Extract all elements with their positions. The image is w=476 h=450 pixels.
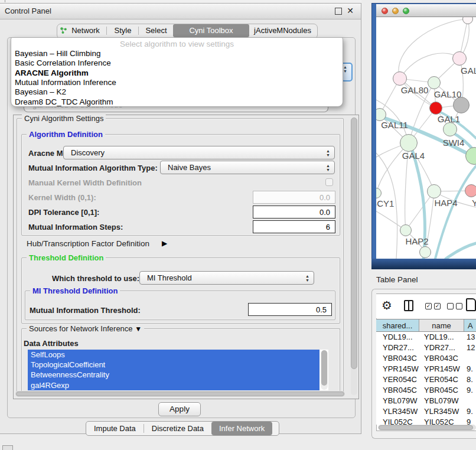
mi-threshold-value: 0.5: [316, 305, 327, 314]
network-node-gcy1[interactable]: [376, 188, 382, 198]
network-node-gal1[interactable]: [429, 102, 442, 115]
expand-right-icon[interactable]: ▶: [162, 239, 167, 247]
table-row[interactable]: YLR345WYLR345W9.: [376, 406, 476, 417]
network-node-hap4[interactable]: [427, 184, 441, 198]
sources-title: Sources for Network Inference ▼: [27, 324, 144, 333]
table-cell: YIL052C: [376, 417, 419, 425]
hub-section-label[interactable]: Hub/Transcription Factor Definition: [27, 239, 149, 248]
settings-horizontal-scrollbar[interactable]: [15, 391, 345, 397]
table-row[interactable]: YDL19...YDL19...13: [376, 332, 476, 343]
data-attribute-item[interactable]: BetweennessCentrality: [28, 370, 319, 380]
column-header-partial[interactable]: A: [464, 319, 476, 331]
table-row[interactable]: YBL079WYBL079W: [376, 396, 476, 406]
tab-separator: [106, 27, 107, 35]
node-label: GAL4: [393, 151, 434, 161]
tab-select[interactable]: Select: [142, 25, 171, 37]
data-attribute-item[interactable]: TopologicalCoefficient: [28, 360, 319, 370]
tab-network[interactable]: Network: [69, 25, 102, 37]
network-node-hap2[interactable]: [400, 224, 412, 236]
unchecked-checkbox-icon[interactable]: [456, 303, 462, 309]
table-cell: YER054C: [419, 374, 464, 385]
node-label: GCY1: [376, 198, 403, 208]
collapse-down-icon[interactable]: ▼: [135, 325, 142, 333]
node-label: GAL11: [376, 120, 415, 130]
network-node[interactable]: [465, 147, 476, 165]
algorithm-option[interactable]: Dream8 DC_TDC Algorithm: [11, 97, 343, 107]
network-node-y[interactable]: [465, 184, 476, 197]
table-horizontal-scrollbar[interactable]: [378, 425, 476, 431]
network-node-gal4[interactable]: [400, 134, 418, 152]
network-node[interactable]: [419, 246, 431, 258]
settings-vertical-scrollbar[interactable]: [351, 118, 357, 395]
algorithm-option[interactable]: Basic Correlation Inference: [11, 58, 343, 68]
table-row[interactable]: YPR145WYPR145W9.: [376, 364, 476, 374]
column-header-name[interactable]: name: [419, 319, 464, 331]
dpi-tolerance-field[interactable]: 0.0: [253, 206, 335, 219]
tab-style[interactable]: Style: [110, 25, 136, 37]
threshold-definition-title: Threshold Definition: [27, 253, 106, 262]
table-row[interactable]: YIL052CYIL052C9: [376, 417, 476, 425]
column-header-shared[interactable]: shared...: [376, 319, 419, 331]
table-cell: YPR145W: [376, 364, 419, 374]
algorithm-option[interactable]: Bayesian – Hill Climbing: [11, 49, 343, 58]
table-row[interactable]: YDR27...YDR27...12: [376, 343, 476, 353]
network-node[interactable]: [453, 97, 470, 113]
kernel-width-field[interactable]: 0.0: [253, 191, 335, 204]
table-cell: 9.: [464, 385, 476, 396]
column-layout-icon[interactable]: [404, 300, 413, 311]
table-cell: YBR043C: [376, 353, 419, 364]
network-node-gal10[interactable]: [428, 76, 441, 89]
corner-widget-fragment: [2, 445, 13, 450]
data-attributes-label: Data Attributes: [24, 339, 79, 348]
close-traffic-icon[interactable]: [382, 8, 388, 14]
control-panel-titlebar[interactable]: Control Panel ✕: [0, 4, 361, 19]
data-attribute-item[interactable]: gal4RGexp: [28, 380, 319, 390]
network-node-gal[interactable]: [452, 51, 467, 66]
data-attribute-item[interactable]: SelfLoops: [28, 350, 319, 360]
network-node-gal80[interactable]: [393, 71, 407, 86]
table-row[interactable]: YER054CYER054C8.: [376, 374, 476, 385]
attributes-scrollbar[interactable]: [321, 350, 328, 390]
combo-arrows-icon: ▲▼: [305, 274, 309, 282]
tab-jactivemnodules[interactable]: jActiveMNodules: [252, 25, 313, 37]
network-node[interactable]: [462, 17, 473, 24]
checked-checkbox-icon[interactable]: ✓: [434, 303, 441, 309]
table-cell: YLR345W: [419, 406, 464, 417]
network-node-gal11[interactable]: [376, 108, 386, 121]
checked-checkbox-icon[interactable]: ✓: [425, 303, 432, 309]
unchecked-checkbox-icon[interactable]: [447, 303, 454, 309]
table-row[interactable]: YBR043CYBR043C: [376, 353, 476, 364]
gear-icon[interactable]: ⚙: [382, 298, 392, 312]
mi-threshold-field[interactable]: 0.5: [248, 303, 332, 316]
tab-infer-network[interactable]: Infer Network: [211, 422, 272, 435]
tab-impute-data[interactable]: Impute Data: [86, 422, 144, 435]
table-cell: 9.: [464, 364, 476, 374]
network-icon: [60, 27, 67, 34]
network-canvas[interactable]: GALGAL80GAL10GAL1GAL11SWI4GAL4GCY1HAP4YH…: [376, 17, 476, 259]
network-node-swi4[interactable]: [443, 122, 457, 136]
table-cell: [464, 353, 476, 364]
manual-kernel-checkbox[interactable]: [325, 178, 333, 186]
mi-type-combobox[interactable]: Naive Bayes ▲▼: [160, 161, 335, 174]
float-window-icon[interactable]: [335, 8, 342, 15]
table-row[interactable]: YBR045CYBR045C9.: [376, 385, 476, 396]
apply-button[interactable]: Apply: [158, 402, 201, 416]
which-threshold-combobox[interactable]: MI Threshold ▲▼: [139, 271, 314, 285]
algorithm-option[interactable]: Bayesian – K2: [11, 87, 343, 97]
tab-cyni-toolbox[interactable]: Cyni Toolbox: [173, 24, 249, 37]
algorithm-option[interactable]: ARACNE Algorithm: [11, 69, 343, 78]
aracne-mode-combobox[interactable]: Discovery ▲▼: [63, 146, 335, 159]
zoom-traffic-icon[interactable]: [403, 8, 409, 14]
network-window-titlebar[interactable]: [376, 4, 476, 17]
table-cell: YBL079W: [419, 396, 464, 406]
minimize-traffic-icon[interactable]: [392, 8, 399, 14]
tab-discretize-data[interactable]: Discretize Data: [144, 422, 211, 435]
document-icon[interactable]: [466, 298, 476, 311]
close-icon[interactable]: ✕: [347, 6, 354, 15]
mi-threshold-label: Mutual Information Threshold:: [30, 306, 141, 315]
algorithm-dropdown-popup: Select algorithm to view settings Bayesi…: [11, 37, 343, 107]
algorithm-option[interactable]: Mutual Information Inference: [11, 78, 343, 87]
table-cell: YBR045C: [419, 385, 464, 396]
mi-steps-field[interactable]: 6: [253, 220, 335, 233]
dpi-tolerance-label: DPI Tolerance [0,1]:: [28, 208, 99, 217]
